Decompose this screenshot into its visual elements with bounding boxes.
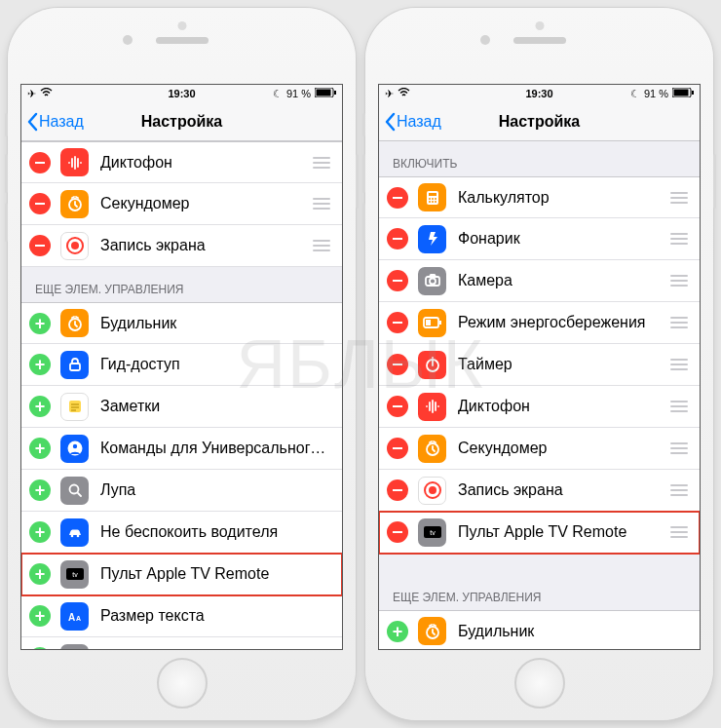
list-row[interactable]: Фонарик <box>379 218 700 260</box>
ic-voice-icon <box>60 148 89 176</box>
remove-button[interactable] <box>387 228 408 249</box>
nav-title: Настройка <box>499 113 580 131</box>
row-label: Запись экрана <box>458 481 663 499</box>
row-label: Будильник <box>100 315 332 332</box>
ic-guided-icon <box>60 351 89 379</box>
status-time: 19:30 <box>168 88 195 99</box>
remove-button[interactable] <box>387 354 408 375</box>
reorder-handle[interactable] <box>668 317 690 328</box>
list-row[interactable]: Камера <box>379 260 700 302</box>
reorder-handle[interactable] <box>668 275 690 287</box>
back-button[interactable]: Назад <box>21 112 84 132</box>
reorder-handle[interactable] <box>668 526 690 538</box>
svg-text:A: A <box>68 612 75 623</box>
remove-button[interactable] <box>387 270 408 291</box>
remove-button[interactable] <box>387 187 408 209</box>
remove-button[interactable] <box>387 312 408 333</box>
list-row[interactable]: +Сканирование QR-кода <box>21 637 342 649</box>
battery-text: 91 % <box>286 88 311 99</box>
list-row[interactable]: Запись экрана <box>379 470 700 512</box>
row-label: Размер текста <box>100 607 332 625</box>
list-row[interactable]: +tvПульт Apple TV Remote <box>21 554 342 595</box>
remove-button[interactable] <box>29 235 51 256</box>
svg-point-31 <box>429 198 431 200</box>
ic-tv-icon: tv <box>418 518 446 547</box>
reorder-handle[interactable] <box>311 198 332 210</box>
reorder-handle[interactable] <box>668 484 690 496</box>
section-header: ЕЩЕ ЭЛЕМ. УПРАВЛЕНИЯ <box>379 575 700 610</box>
row-label: Пульт Apple TV Remote <box>100 565 332 583</box>
ic-magnifier-icon <box>60 477 89 505</box>
list-row[interactable]: +AAРазмер текста <box>21 595 342 637</box>
svg-point-35 <box>432 201 434 203</box>
add-button[interactable]: + <box>29 354 51 375</box>
reorder-handle[interactable] <box>668 359 690 370</box>
list-row[interactable]: +Гид-доступ <box>21 344 342 386</box>
home-button[interactable] <box>157 658 208 709</box>
ic-text-icon: AA <box>60 602 89 631</box>
svg-rect-41 <box>426 320 431 326</box>
svg-point-33 <box>435 198 436 200</box>
reorder-handle[interactable] <box>668 442 690 454</box>
list-row[interactable]: Диктофон <box>21 141 342 183</box>
svg-point-10 <box>72 444 76 448</box>
add-button[interactable]: + <box>29 479 51 501</box>
settings-list[interactable]: ВКЛЮЧИТЬКалькуляторФонарикКамераРежим эн… <box>379 141 700 649</box>
section-header: ВКЛЮЧИТЬ <box>379 141 700 176</box>
remove-button[interactable] <box>387 396 408 417</box>
add-button[interactable]: + <box>29 313 51 334</box>
list-row[interactable]: +Заметки <box>21 386 342 428</box>
svg-text:A: A <box>76 615 81 622</box>
add-button[interactable]: + <box>29 396 51 417</box>
remove-button[interactable] <box>387 438 408 459</box>
home-button[interactable] <box>514 658 565 709</box>
reorder-handle[interactable] <box>668 233 690 245</box>
ic-lowpower-icon <box>418 309 446 337</box>
list-row[interactable]: +Не беспокоить водителя <box>21 512 342 554</box>
list-row[interactable]: Секундомер <box>379 428 700 470</box>
list-row[interactable]: Режим энергосбережения <box>379 302 700 344</box>
ic-screenrec-icon <box>418 477 446 505</box>
remove-button[interactable] <box>29 152 51 173</box>
chevron-left-icon <box>383 112 397 132</box>
list-row[interactable]: tvПульт Apple TV Remote <box>379 512 700 554</box>
remove-button[interactable] <box>387 521 408 543</box>
svg-text:tv: tv <box>72 571 78 578</box>
back-label: Назад <box>39 113 84 131</box>
add-button[interactable]: + <box>29 605 51 627</box>
ic-timer-icon <box>418 351 446 379</box>
reorder-handle[interactable] <box>311 157 332 169</box>
screen-left: ✈ 19:30 ☾ 91 % Назад <box>20 84 343 650</box>
phone-right: ✈ 19:30 ☾ 91 % Назад <box>365 8 713 720</box>
ic-alarm-icon <box>60 309 89 337</box>
list-row[interactable]: Секундомер <box>21 183 342 225</box>
remove-button[interactable] <box>387 479 408 501</box>
list-row[interactable]: +Лупа <box>21 470 342 512</box>
list-row[interactable]: +Будильник <box>379 610 700 649</box>
reorder-handle[interactable] <box>311 240 332 251</box>
add-button[interactable]: + <box>387 621 408 642</box>
add-button[interactable]: + <box>29 438 51 459</box>
battery-icon <box>672 88 694 99</box>
row-label: Фонарик <box>458 230 663 248</box>
list-row[interactable]: +Команды для Универсального доступа <box>21 428 342 470</box>
add-button[interactable]: + <box>29 563 51 585</box>
back-button[interactable]: Назад <box>379 112 441 132</box>
settings-list[interactable]: ДиктофонСекундомерЗапись экранаЕЩЕ ЭЛЕМ.… <box>21 141 342 649</box>
ic-tv-icon: tv <box>60 560 89 589</box>
reorder-handle[interactable] <box>668 401 690 412</box>
list-row[interactable]: +Будильник <box>21 302 342 344</box>
reorder-handle[interactable] <box>668 192 690 204</box>
list-row[interactable]: Диктофон <box>379 386 700 428</box>
statusbar: ✈ 19:30 ☾ 91 % <box>379 85 700 102</box>
add-button[interactable]: + <box>29 647 51 649</box>
svg-rect-30 <box>429 193 436 196</box>
svg-rect-2 <box>334 91 336 95</box>
remove-button[interactable] <box>29 193 51 214</box>
ic-dnd-icon <box>60 518 89 547</box>
list-row[interactable]: Калькулятор <box>379 176 700 218</box>
add-button[interactable]: + <box>29 521 51 543</box>
list-row[interactable]: Таймер <box>379 344 700 386</box>
row-label: Лупа <box>100 481 332 499</box>
list-row[interactable]: Запись экрана <box>21 225 342 267</box>
